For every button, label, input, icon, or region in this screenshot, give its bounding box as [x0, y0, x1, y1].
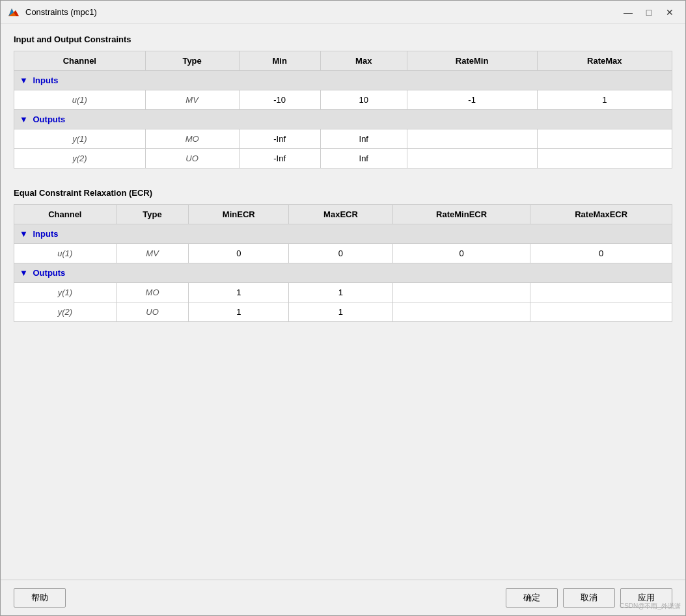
- footer: 帮助 确定 取消 应用: [1, 580, 685, 615]
- cell-ratemin[interactable]: -1: [407, 90, 537, 110]
- cell-min[interactable]: 0: [189, 244, 289, 263]
- matlab-icon: [7, 6, 20, 19]
- cell-max[interactable]: 1: [289, 283, 393, 302]
- ecr-outputs-group-cell: ▼ Outputs: [14, 263, 672, 283]
- section1: Input and Output Constraints Channel Typ…: [14, 34, 672, 168]
- cell-ratemax: [530, 302, 672, 322]
- col-channel: Channel: [14, 51, 146, 71]
- close-button[interactable]: ✕: [661, 5, 679, 20]
- col-max: Max: [320, 51, 407, 71]
- cell-channel: y(2): [14, 302, 117, 322]
- inputs-group-label: Inputs: [33, 75, 59, 85]
- table-row: y(2) UO 1 1: [14, 302, 672, 322]
- col-ratemaxecr: RateMaxECR: [530, 205, 672, 224]
- section2: Equal Constraint Relaxation (ECR) Channe…: [14, 188, 672, 322]
- cell-ratemin: [407, 149, 537, 168]
- inputs-group-cell: ▼ Inputs: [14, 71, 672, 90]
- main-window: Constraints (mpc1) — □ ✕ Input and Outpu…: [0, 0, 686, 616]
- cell-channel: y(1): [14, 129, 146, 149]
- constraints-table: Channel Type Min Max RateMin RateMax ▼ I…: [14, 51, 672, 168]
- cancel-button[interactable]: 取消: [563, 588, 615, 608]
- cell-min[interactable]: 1: [189, 302, 289, 322]
- titlebar: Constraints (mpc1) — □ ✕: [1, 1, 685, 24]
- ecr-inputs-group-cell: ▼ Inputs: [14, 224, 672, 244]
- outputs-group-row: ▼ Outputs: [14, 110, 672, 129]
- cell-type: MV: [116, 244, 189, 263]
- cell-min[interactable]: -10: [239, 90, 320, 110]
- apply-button[interactable]: 应用: [620, 588, 672, 608]
- ecr-table: Channel Type MinECR MaxECR RateMinECR Ra…: [14, 204, 672, 322]
- content-area: Input and Output Constraints Channel Typ…: [1, 24, 685, 580]
- col-min: Min: [239, 51, 320, 71]
- maximize-button[interactable]: □: [640, 5, 658, 20]
- footer-left: 帮助: [14, 588, 66, 608]
- cell-max[interactable]: Inf: [320, 149, 407, 168]
- cell-ratemax[interactable]: 0: [530, 244, 672, 263]
- cell-max[interactable]: 10: [320, 90, 407, 110]
- table-row: y(2) UO -Inf Inf: [14, 149, 672, 168]
- cell-ratemax: [537, 149, 672, 168]
- help-button[interactable]: 帮助: [14, 588, 66, 608]
- cell-type: UO: [116, 302, 189, 322]
- table-row: y(1) MO -Inf Inf: [14, 129, 672, 149]
- cell-min[interactable]: -Inf: [239, 129, 320, 149]
- titlebar-controls: — □ ✕: [619, 5, 679, 20]
- table-row: u(1) MV 0 0 0 0: [14, 244, 672, 263]
- cell-channel: y(1): [14, 283, 117, 302]
- ecr-outputs-triangle: ▼: [20, 268, 28, 278]
- col-type: Type: [145, 51, 239, 71]
- ok-button[interactable]: 确定: [506, 588, 558, 608]
- cell-type: MV: [145, 90, 239, 110]
- cell-type: MO: [116, 283, 189, 302]
- cell-channel: u(1): [14, 244, 117, 263]
- cell-type: MO: [145, 129, 239, 149]
- col-ratemincr: RateMinECR: [392, 205, 530, 224]
- col-ratemin: RateMin: [407, 51, 537, 71]
- footer-right: 确定 取消 应用: [506, 588, 672, 608]
- table-row: u(1) MV -10 10 -1 1: [14, 90, 672, 110]
- col-type: Type: [116, 205, 189, 224]
- ecr-outputs-group-label: Outputs: [33, 268, 66, 278]
- cell-type: UO: [145, 149, 239, 168]
- cell-ratemax: [530, 283, 672, 302]
- col-channel: Channel: [14, 205, 117, 224]
- cell-min[interactable]: 1: [189, 283, 289, 302]
- cell-ratemin: [407, 129, 537, 149]
- cell-ratemin: [392, 302, 530, 322]
- outputs-triangle: ▼: [20, 114, 28, 124]
- cell-ratemin[interactable]: 0: [392, 244, 530, 263]
- cell-ratemin: [392, 283, 530, 302]
- section1-title: Input and Output Constraints: [14, 34, 672, 44]
- cell-max[interactable]: Inf: [320, 129, 407, 149]
- section2-title: Equal Constraint Relaxation (ECR): [14, 188, 672, 198]
- ecr-inputs-group-label: Inputs: [33, 229, 59, 239]
- inputs-triangle: ▼: [20, 75, 28, 85]
- table-header-row: Channel Type Min Max RateMin RateMax: [14, 51, 672, 71]
- outputs-group-label: Outputs: [33, 114, 66, 124]
- titlebar-left: Constraints (mpc1): [7, 6, 97, 19]
- titlebar-title: Constraints (mpc1): [25, 7, 97, 17]
- cell-ratemax[interactable]: 1: [537, 90, 672, 110]
- ecr-inputs-triangle: ▼: [20, 229, 28, 239]
- table-row: y(1) MO 1 1: [14, 283, 672, 302]
- cell-channel: u(1): [14, 90, 146, 110]
- cell-channel: y(2): [14, 149, 146, 168]
- cell-min[interactable]: -Inf: [239, 149, 320, 168]
- outputs-group-cell: ▼ Outputs: [14, 110, 672, 129]
- cell-max[interactable]: 0: [289, 244, 393, 263]
- inputs-group-row: ▼ Inputs: [14, 71, 672, 90]
- ecr-header-row: Channel Type MinECR MaxECR RateMinECR Ra…: [14, 205, 672, 224]
- ecr-outputs-group-row: ▼ Outputs: [14, 263, 672, 283]
- cell-max[interactable]: 1: [289, 302, 393, 322]
- minimize-button[interactable]: —: [619, 5, 637, 20]
- col-minecr: MinECR: [189, 205, 289, 224]
- ecr-inputs-group-row: ▼ Inputs: [14, 224, 672, 244]
- cell-ratemax: [537, 129, 672, 149]
- col-ratemax: RateMax: [537, 51, 672, 71]
- col-maxecr: MaxECR: [289, 205, 393, 224]
